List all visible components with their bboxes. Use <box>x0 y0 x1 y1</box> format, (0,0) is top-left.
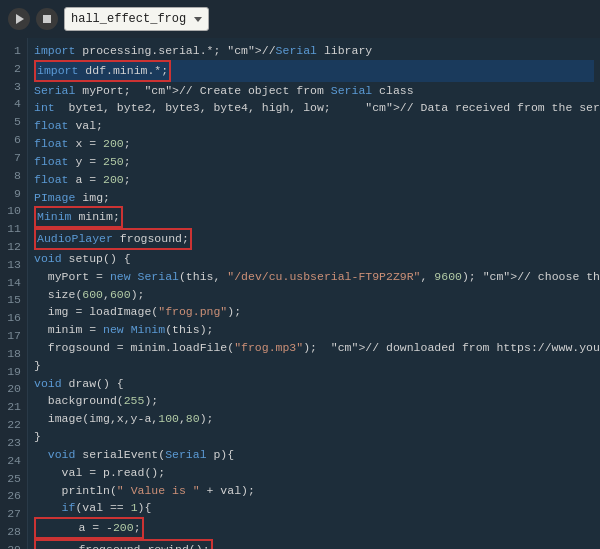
code-area: 1234567891011121314151617181920212223242… <box>0 38 600 549</box>
code-line: a = -200; <box>34 517 594 539</box>
line-number: 2 <box>4 60 21 78</box>
code-line: float y = 250; <box>34 153 594 171</box>
stop-icon <box>43 15 51 23</box>
code-line: int byte1, byte2, byte3, byte4, high, lo… <box>34 99 594 117</box>
line-number: 20 <box>4 380 21 398</box>
line-number: 29 <box>4 541 21 549</box>
line-number: 9 <box>4 185 21 203</box>
line-number: 1 <box>4 42 21 60</box>
code-line: myPort = new Serial(this, "/dev/cu.usbse… <box>34 268 594 286</box>
line-number: 26 <box>4 487 21 505</box>
code-line: import ddf.minim.*; <box>34 60 594 82</box>
stop-button[interactable] <box>36 8 58 30</box>
code-line: void serialEvent(Serial p){ <box>34 446 594 464</box>
line-number: 24 <box>4 452 21 470</box>
line-number: 21 <box>4 398 21 416</box>
code-line: } <box>34 428 594 446</box>
code-line: if(val == 1){ <box>34 499 594 517</box>
code-line: float val; <box>34 117 594 135</box>
line-number: 6 <box>4 131 21 149</box>
line-number: 7 <box>4 149 21 167</box>
play-button[interactable] <box>8 8 30 30</box>
code-line: Minim minim; <box>34 206 594 228</box>
filename-label: hall_effect_frog <box>71 12 186 26</box>
line-number: 12 <box>4 238 21 256</box>
code-line: img = loadImage("frog.png"); <box>34 303 594 321</box>
code-line: size(600,600); <box>34 286 594 304</box>
line-number: 13 <box>4 256 21 274</box>
code-line: frogsound.rewind(); <box>34 539 594 549</box>
code-line: minim = new Minim(this); <box>34 321 594 339</box>
line-number: 15 <box>4 291 21 309</box>
code-line: PImage img; <box>34 189 594 207</box>
play-icon <box>16 14 24 24</box>
file-dropdown[interactable]: hall_effect_frog <box>64 7 209 31</box>
code-line: image(img,x,y-a,100,80); <box>34 410 594 428</box>
code-line: } <box>34 357 594 375</box>
line-number: 4 <box>4 95 21 113</box>
line-number: 16 <box>4 309 21 327</box>
code-line: frogsound = minim.loadFile("frog.mp3"); … <box>34 339 594 357</box>
code-content[interactable]: import processing.serial.*; "cm">//Seria… <box>28 38 600 549</box>
line-numbers: 1234567891011121314151617181920212223242… <box>0 38 28 549</box>
line-number: 19 <box>4 363 21 381</box>
code-line: AudioPlayer frogsound; <box>34 228 594 250</box>
line-number: 23 <box>4 434 21 452</box>
line-number: 11 <box>4 220 21 238</box>
line-number: 8 <box>4 167 21 185</box>
line-number: 14 <box>4 274 21 292</box>
code-line: background(255); <box>34 392 594 410</box>
code-line: float x = 200; <box>34 135 594 153</box>
code-line: println(" Value is " + val); <box>34 482 594 500</box>
code-line: Serial myPort; "cm">// Create object fro… <box>34 82 594 100</box>
chevron-down-icon <box>194 17 202 22</box>
line-number: 18 <box>4 345 21 363</box>
code-line: void draw() { <box>34 375 594 393</box>
line-number: 17 <box>4 327 21 345</box>
line-number: 10 <box>4 202 21 220</box>
code-line: import processing.serial.*; "cm">//Seria… <box>34 42 594 60</box>
line-number: 3 <box>4 78 21 96</box>
code-line: val = p.read(); <box>34 464 594 482</box>
code-line: void setup() { <box>34 250 594 268</box>
toolbar: hall_effect_frog <box>0 0 600 38</box>
line-number: 27 <box>4 505 21 523</box>
line-number: 5 <box>4 113 21 131</box>
code-line: float a = 200; <box>34 171 594 189</box>
line-number: 22 <box>4 416 21 434</box>
line-number: 28 <box>4 523 21 541</box>
line-number: 25 <box>4 470 21 488</box>
